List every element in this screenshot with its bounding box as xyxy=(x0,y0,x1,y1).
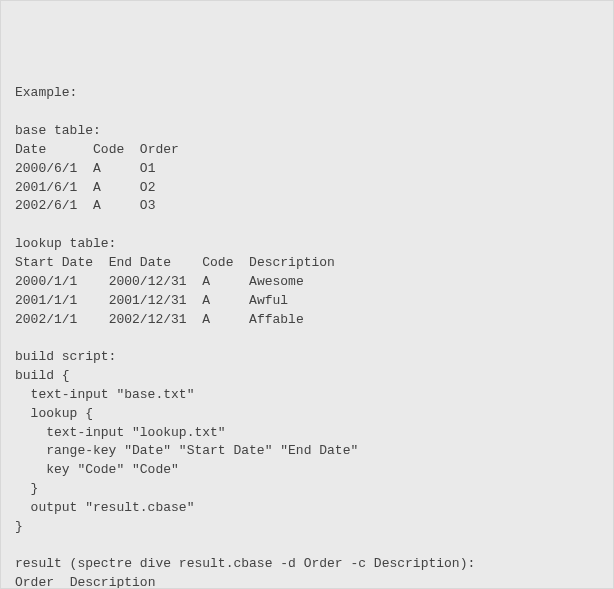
build-script-line: } xyxy=(15,481,38,496)
build-script-line: build { xyxy=(15,368,70,383)
lookup-table-label: lookup table: xyxy=(15,236,116,251)
result-header: Order Description xyxy=(15,575,155,589)
lookup-table-row: 2002/1/1 2002/12/31 A Affable xyxy=(15,312,304,327)
build-script-line: text-input "base.txt" xyxy=(15,387,194,402)
result-label: result (spectre dive result.cbase -d Ord… xyxy=(15,556,475,571)
base-table-label: base table: xyxy=(15,123,101,138)
build-script-line: key "Code" "Code" xyxy=(15,462,179,477)
build-script-line: output "result.cbase" xyxy=(15,500,194,515)
base-table-row: 2002/6/1 A O3 xyxy=(15,198,155,213)
build-script-label: build script: xyxy=(15,349,116,364)
base-table-row: 2001/6/1 A O2 xyxy=(15,180,155,195)
base-table-header: Date Code Order xyxy=(15,142,179,157)
build-script-line: text-input "lookup.txt" xyxy=(15,425,226,440)
lookup-table-row: 2001/1/1 2001/12/31 A Awful xyxy=(15,293,288,308)
lookup-table-row: 2000/1/1 2000/12/31 A Awesome xyxy=(15,274,304,289)
lookup-table-header: Start Date End Date Code Description xyxy=(15,255,335,270)
build-script-line: } xyxy=(15,519,23,534)
example-document: Example: base table: Date Code Order 200… xyxy=(15,84,599,589)
build-script-line: lookup { xyxy=(15,406,93,421)
base-table-row: 2000/6/1 A O1 xyxy=(15,161,155,176)
build-script-line: range-key "Date" "Start Date" "End Date" xyxy=(15,443,358,458)
title: Example: xyxy=(15,85,77,100)
